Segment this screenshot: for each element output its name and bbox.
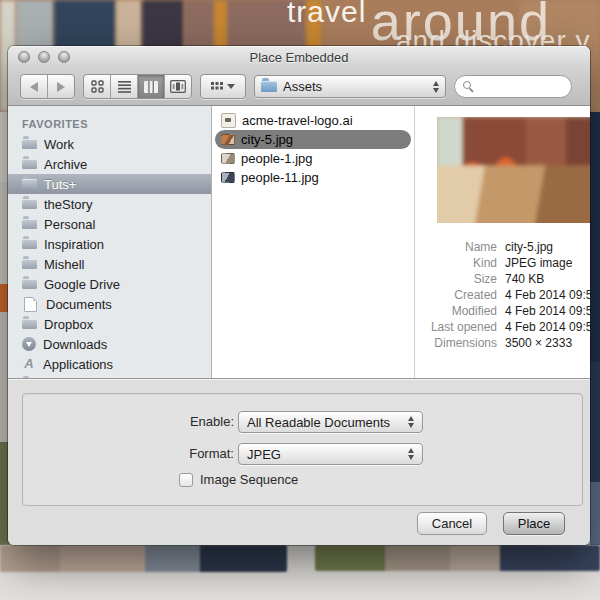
file-row-people-11[interactable]: people-11.jpg xyxy=(215,168,411,187)
search-icon xyxy=(463,81,474,92)
hero-headline-small: travel xyxy=(287,0,366,28)
preview-pane: Namecity-5.jpg KindJPEG image Size740 KB… xyxy=(415,106,590,378)
view-mode-switcher xyxy=(83,74,192,99)
forward-button[interactable] xyxy=(48,75,74,98)
preview-thumbnail xyxy=(437,117,590,223)
zoom-button[interactable] xyxy=(58,51,70,63)
folder-icon xyxy=(261,81,277,92)
popup-stepper-icon xyxy=(408,416,414,428)
forward-arrow-icon xyxy=(57,82,65,92)
folder-icon xyxy=(22,139,37,149)
search-field[interactable] xyxy=(454,75,572,98)
list-view-icon xyxy=(118,80,131,93)
sidebar-item-inspiration[interactable]: Inspiration xyxy=(8,234,211,254)
location-popup[interactable]: Assets xyxy=(254,75,446,98)
sidebar-item-applications[interactable]: Applications xyxy=(8,354,211,374)
documents-icon xyxy=(24,297,37,312)
image-file-icon xyxy=(221,134,235,145)
image-sequence-row: Image Sequence xyxy=(179,472,298,487)
meta-row-name: Namecity-5.jpg xyxy=(415,239,590,255)
popup-stepper-icon xyxy=(408,448,414,460)
sidebar-item-tuts[interactable]: Tuts+ xyxy=(8,174,211,194)
file-row-city-5[interactable]: city-5.jpg xyxy=(215,130,411,149)
format-popup-value: JPEG xyxy=(247,447,281,462)
enable-popup-value: All Readable Documents xyxy=(247,415,390,430)
sidebar-item-personal[interactable]: Personal xyxy=(8,214,211,234)
file-row-people-1[interactable]: people-1.jpg xyxy=(215,149,411,168)
meta-row-modified: Modified4 Feb 2014 09:5 xyxy=(415,303,590,319)
photo-card-right xyxy=(315,545,600,571)
folder-icon xyxy=(22,239,37,249)
applications-icon xyxy=(22,357,36,371)
icon-view-icon xyxy=(91,80,104,93)
meta-row-kind: KindJPEG image xyxy=(415,255,590,271)
location-popup-value: Assets xyxy=(283,79,322,94)
file-row-acme-travel-logo[interactable]: acme-travel-logo.ai xyxy=(215,111,411,130)
coverflow-view-icon xyxy=(170,80,186,93)
sidebar-item-work[interactable]: Work xyxy=(8,134,211,154)
sidebar-header: FAVORITES xyxy=(8,114,211,134)
image-file-icon xyxy=(221,172,235,183)
popup-stepper-icon xyxy=(433,81,439,93)
background-right-strip xyxy=(590,112,600,545)
dialog-options-area: Enable: All Readable Documents Format: J… xyxy=(8,378,590,545)
arrange-menu-button[interactable] xyxy=(201,75,245,98)
meta-row-created: Created4 Feb 2014 09:5 xyxy=(415,287,590,303)
folder-icon xyxy=(22,219,37,229)
file-browser: FAVORITES Work Archive Tuts+ theStory Pe… xyxy=(8,106,590,378)
chevron-down-icon xyxy=(227,84,235,89)
close-button[interactable] xyxy=(18,51,30,63)
column-view-icon xyxy=(144,81,158,93)
format-popup[interactable]: JPEG xyxy=(238,443,423,465)
arrange-menu-control xyxy=(200,74,246,99)
folder-icon xyxy=(22,179,37,189)
ai-file-icon xyxy=(221,113,236,128)
downloads-icon xyxy=(22,337,36,351)
image-sequence-label: Image Sequence xyxy=(200,472,298,487)
sidebar-item-dropbox[interactable]: Dropbox xyxy=(8,314,211,334)
folder-icon xyxy=(22,159,37,169)
sidebar-item-downloads[interactable]: Downloads xyxy=(8,334,211,354)
title-bar[interactable]: Place Embedded xyxy=(8,46,590,68)
folder-icon xyxy=(22,319,37,329)
image-sequence-checkbox[interactable] xyxy=(179,473,193,487)
toolbar: Assets xyxy=(8,68,590,106)
back-button[interactable] xyxy=(21,75,48,98)
search-input[interactable] xyxy=(479,79,563,95)
meta-row-last-opened: Last opened4 Feb 2014 09:5 xyxy=(415,319,590,335)
coverflow-view-button[interactable] xyxy=(165,75,191,98)
sidebar-item-thestory[interactable]: theStory xyxy=(8,194,211,214)
sidebar-item-mishell[interactable]: Mishell xyxy=(8,254,211,274)
arrange-grid-icon xyxy=(211,82,223,92)
file-list: acme-travel-logo.ai city-5.jpg people-1.… xyxy=(212,106,415,378)
list-view-button[interactable] xyxy=(111,75,138,98)
back-arrow-icon xyxy=(30,82,38,92)
column-view-button[interactable] xyxy=(138,75,165,98)
history-nav xyxy=(20,74,75,99)
background-bottom xyxy=(0,545,600,600)
place-embedded-dialog: Place Embedded xyxy=(8,46,590,545)
sidebar-item-google-drive[interactable]: Google Drive xyxy=(8,274,211,294)
meta-row-dimensions: Dimensions3500 × 2333 xyxy=(415,335,590,351)
sidebar-item-archive[interactable]: Archive xyxy=(8,154,211,174)
enable-popup[interactable]: All Readable Documents xyxy=(238,411,423,433)
photo-card-left xyxy=(0,545,287,572)
folder-icon xyxy=(22,199,37,209)
image-file-icon xyxy=(221,153,235,164)
icon-view-button[interactable] xyxy=(84,75,111,98)
enable-label: Enable: xyxy=(34,414,234,429)
sidebar: FAVORITES Work Archive Tuts+ theStory Pe… xyxy=(8,106,212,378)
sidebar-item-documents[interactable]: Documents xyxy=(8,294,211,314)
options-panel: Enable: All Readable Documents Format: J… xyxy=(22,393,583,506)
format-label: Format: xyxy=(34,446,234,461)
folder-icon xyxy=(22,259,37,269)
file-metadata: Namecity-5.jpg KindJPEG image Size740 KB… xyxy=(415,239,590,351)
folder-icon xyxy=(22,279,37,289)
place-button[interactable]: Place xyxy=(503,512,565,535)
minimize-button[interactable] xyxy=(38,51,50,63)
cancel-button[interactable]: Cancel xyxy=(417,512,487,535)
window-title: Place Embedded xyxy=(249,50,348,65)
meta-row-size: Size740 KB xyxy=(415,271,590,287)
